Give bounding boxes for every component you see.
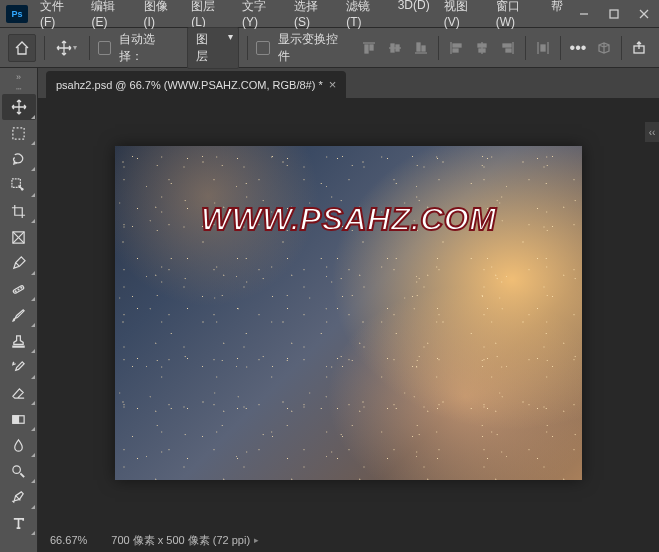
svg-rect-21 — [506, 49, 511, 52]
tab-close-icon[interactable]: × — [329, 78, 337, 91]
watermark-text: WWW.PSAHZ.COM — [115, 201, 582, 238]
panel-collapse-icon[interactable]: ‹‹ — [645, 122, 659, 142]
move-tool-icon[interactable]: ▾ — [53, 34, 81, 62]
toolbar-grip-icon[interactable]: ┄ — [0, 84, 37, 94]
align-group: ••• — [357, 36, 651, 60]
frame-tool[interactable] — [2, 224, 36, 250]
share-icon[interactable] — [627, 36, 651, 60]
align-right-icon[interactable] — [496, 36, 520, 60]
svg-point-32 — [15, 290, 16, 291]
move-tool[interactable] — [2, 94, 36, 120]
align-top-icon[interactable] — [357, 36, 381, 60]
svg-rect-1 — [610, 10, 618, 18]
menu-window[interactable]: 窗口(W) — [490, 0, 543, 33]
separator — [89, 36, 90, 60]
menu-filter[interactable]: 滤镜(T) — [340, 0, 389, 33]
stamp-tool[interactable] — [2, 328, 36, 354]
close-button[interactable] — [629, 2, 659, 26]
menu-3d[interactable]: 3D(D) — [392, 0, 436, 33]
separator — [438, 36, 439, 60]
brush-tool[interactable] — [2, 302, 36, 328]
align-vcenter-icon[interactable] — [383, 36, 407, 60]
marquee-tool[interactable] — [2, 120, 36, 146]
separator — [247, 36, 248, 60]
svg-rect-15 — [453, 49, 458, 52]
svg-rect-6 — [370, 45, 373, 50]
align-hcenter-icon[interactable] — [470, 36, 494, 60]
eraser-tool[interactable] — [2, 380, 36, 406]
menu-type[interactable]: 文字(Y) — [236, 0, 286, 33]
separator — [621, 36, 622, 60]
crop-tool[interactable] — [2, 198, 36, 224]
transform-label: 显示变换控件 — [278, 31, 349, 65]
auto-select-checkbox[interactable] — [98, 41, 112, 55]
svg-rect-24 — [541, 45, 545, 51]
zoom-level[interactable]: 66.67% — [50, 534, 87, 546]
align-bottom-icon[interactable] — [409, 36, 433, 60]
menu-select[interactable]: 选择(S) — [288, 0, 338, 33]
document-dimensions[interactable]: 700 像素 x 500 像素 (72 ppi)▸ — [111, 533, 259, 548]
chevron-right-icon: ▸ — [254, 535, 259, 545]
distribute-icon[interactable] — [531, 36, 555, 60]
toolbar-expand-icon[interactable]: » — [0, 70, 37, 84]
gradient-tool[interactable] — [2, 406, 36, 432]
svg-rect-26 — [13, 127, 24, 138]
3d-mode-icon[interactable] — [592, 36, 616, 60]
options-bar: ▾ 自动选择： 图层 显示变换控件 ••• — [0, 28, 659, 68]
document-tabs: psahz2.psd @ 66.7% (WWW.PSAHZ.COM, RGB/8… — [38, 68, 659, 98]
type-tool[interactable] — [2, 510, 36, 536]
svg-rect-20 — [503, 44, 511, 47]
align-left-icon[interactable] — [444, 36, 468, 60]
separator — [525, 36, 526, 60]
svg-point-37 — [13, 465, 21, 473]
menu-help[interactable]: 帮 — [545, 0, 569, 33]
separator — [560, 36, 561, 60]
history-brush-tool[interactable] — [2, 354, 36, 380]
dodge-tool[interactable] — [2, 458, 36, 484]
svg-rect-11 — [417, 43, 420, 51]
transform-checkbox[interactable] — [256, 41, 270, 55]
app-logo: Ps — [6, 5, 28, 23]
canvas-texture — [115, 146, 582, 480]
menu-file[interactable]: 文件(F) — [34, 0, 83, 33]
svg-point-33 — [18, 289, 19, 290]
minimize-button[interactable] — [569, 2, 599, 26]
lasso-tool[interactable] — [2, 146, 36, 172]
workspace: psahz2.psd @ 66.7% (WWW.PSAHZ.COM, RGB/8… — [38, 68, 659, 552]
svg-rect-5 — [365, 45, 368, 53]
svg-rect-36 — [13, 415, 19, 423]
document-tab[interactable]: psahz2.psd @ 66.7% (WWW.PSAHZ.COM, RGB/8… — [46, 71, 346, 98]
tools-panel: » ┄ — [0, 68, 38, 552]
eyedropper-tool[interactable] — [2, 250, 36, 276]
menu-image[interactable]: 图像(I) — [138, 0, 184, 33]
menu-view[interactable]: 视图(V) — [438, 0, 488, 33]
svg-rect-18 — [479, 49, 485, 52]
main-area: » ┄ psahz2.psd @ 66.7% (WWW.PSAHZ.COM, R… — [0, 68, 659, 552]
svg-rect-17 — [478, 44, 486, 47]
home-button[interactable] — [8, 34, 36, 62]
pen-tool[interactable] — [2, 484, 36, 510]
more-options-icon[interactable]: ••• — [566, 36, 590, 60]
auto-select-dropdown[interactable]: 图层 — [187, 27, 239, 69]
canvas-area[interactable]: ‹‹ WWW.PSAHZ.COM — [38, 98, 659, 528]
quick-select-tool[interactable] — [2, 172, 36, 198]
svg-rect-8 — [391, 44, 394, 52]
window-controls — [569, 2, 659, 26]
menu-edit[interactable]: 编辑(E) — [85, 0, 135, 33]
svg-rect-9 — [396, 45, 399, 51]
auto-select-label: 自动选择： — [119, 31, 179, 65]
healing-tool[interactable] — [2, 276, 36, 302]
document-canvas[interactable]: WWW.PSAHZ.COM — [115, 146, 582, 480]
tab-label: psahz2.psd @ 66.7% (WWW.PSAHZ.COM, RGB/8… — [56, 79, 323, 91]
main-menu: 文件(F) 编辑(E) 图像(I) 图层(L) 文字(Y) 选择(S) 滤镜(T… — [34, 0, 569, 33]
maximize-button[interactable] — [599, 2, 629, 26]
svg-rect-14 — [453, 44, 461, 47]
svg-rect-12 — [422, 46, 425, 51]
separator — [44, 36, 45, 60]
svg-point-34 — [21, 287, 22, 288]
status-bar: 66.67% 700 像素 x 500 像素 (72 ppi)▸ — [38, 528, 659, 552]
blur-tool[interactable] — [2, 432, 36, 458]
title-bar: Ps 文件(F) 编辑(E) 图像(I) 图层(L) 文字(Y) 选择(S) 滤… — [0, 0, 659, 28]
